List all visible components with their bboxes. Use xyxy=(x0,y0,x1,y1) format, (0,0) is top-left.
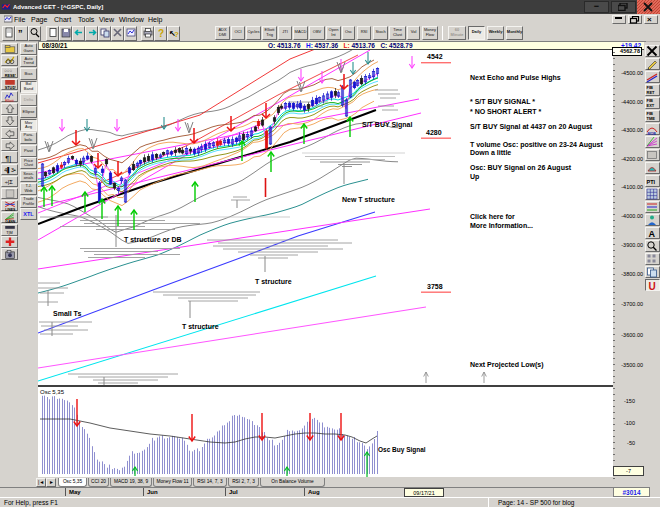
svg-text:RET: RET xyxy=(647,90,656,95)
svg-text:4280: 4280 xyxy=(426,129,442,136)
svg-text:Small Ts: Small Ts xyxy=(53,310,81,317)
svg-text:T structure: T structure xyxy=(255,278,292,285)
svg-text:Osc 5,35: Osc 5,35 xyxy=(40,389,65,395)
svg-text:Next Echo and Pulse Highs: Next Echo and Pulse Highs xyxy=(470,74,561,82)
svg-text:?: ? xyxy=(158,28,164,38)
svg-text:○○○: ○○○ xyxy=(4,68,12,73)
svg-text:U: U xyxy=(649,281,656,292)
svg-text:A: A xyxy=(649,229,656,239)
svg-text:MOB: MOB xyxy=(648,132,657,136)
svg-text:T structure or DB: T structure or DB xyxy=(124,236,182,243)
svg-text:T structure: T structure xyxy=(182,323,219,330)
svg-text:More Information...: More Information... xyxy=(470,222,533,229)
svg-text:* S/T BUY SIGNAL *: * S/T BUY SIGNAL * xyxy=(470,98,535,105)
svg-text:Osc: BUY Signal on 26 August: Osc: BUY Signal on 26 August xyxy=(470,164,572,172)
svg-text:PTI: PTI xyxy=(647,179,656,185)
svg-text:4▌3•4: 4▌3•4 xyxy=(4,166,16,173)
svg-text:* NO SHORT ALERT *: * NO SHORT ALERT * xyxy=(470,108,542,115)
svg-text:Up: Up xyxy=(470,173,479,181)
svg-text:”: ” xyxy=(18,28,23,38)
svg-text:New T structure: New T structure xyxy=(342,196,395,203)
svg-text:3758: 3758 xyxy=(427,283,443,290)
svg-text:EXT: EXT xyxy=(647,103,655,108)
svg-text:Next Projected Low(s): Next Projected Low(s) xyxy=(470,361,544,369)
svg-text:T|M: T|M xyxy=(6,231,13,235)
svg-text:¶|: ¶| xyxy=(5,153,11,162)
svg-text:T volume Osc: positive on 23-2: T volume Osc: positive on 23-24 August xyxy=(470,141,603,149)
svg-text:?: ? xyxy=(174,30,179,38)
svg-text:Click here for: Click here for xyxy=(470,213,515,220)
svg-text:Down a little: Down a little xyxy=(470,149,511,156)
svg-text:Osc Buy Signal: Osc Buy Signal xyxy=(378,446,426,454)
svg-text:TME: TME xyxy=(647,116,656,121)
svg-text:STUDY: STUDY xyxy=(4,86,15,90)
svg-text:4542: 4542 xyxy=(427,53,443,60)
svg-text:÷|Σ: ÷|Σ xyxy=(4,179,13,185)
svg-text:RESET: RESET xyxy=(4,74,15,78)
svg-text:S/T BUY Signal: S/T BUY Signal xyxy=(362,121,412,129)
svg-text:S/T BUY Signal at 4437 on 20 A: S/T BUY Signal at 4437 on 20 August xyxy=(470,123,593,131)
